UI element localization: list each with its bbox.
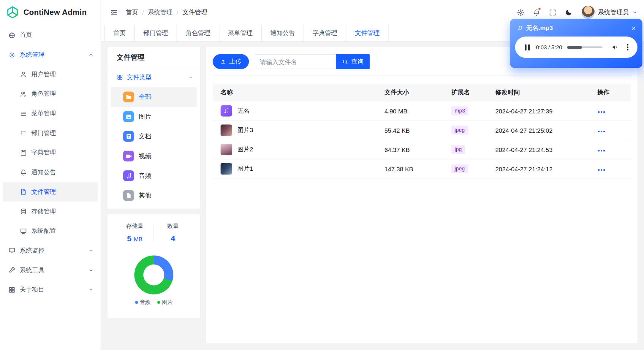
row-actions-more-button[interactable]	[597, 167, 605, 173]
music-note-icon	[517, 25, 523, 31]
file-type-panel: 文件管理 文件类型 全部 图片	[107, 47, 200, 209]
storage-label: 存储量	[116, 223, 154, 230]
file-type-video[interactable]: 视频	[111, 146, 197, 166]
column-header-size: 文件大小	[384, 88, 451, 96]
gear-icon	[8, 51, 16, 58]
breadcrumb-parent[interactable]: 系统管理	[148, 8, 173, 16]
kebab-menu-icon[interactable]	[626, 43, 629, 51]
user-icon	[20, 71, 27, 78]
upload-icon	[220, 58, 226, 65]
sidebar-item-system-monitor[interactable]: 系统监控	[3, 241, 98, 260]
file-type-label: 音频	[139, 172, 151, 180]
chevron-down-icon	[88, 287, 94, 292]
sidebar-collapse-button[interactable]	[107, 6, 120, 18]
sidebar-item-system-management[interactable]: 系统管理	[3, 45, 98, 65]
audio-player-header: 无名.mp3 ×	[510, 19, 642, 32]
file-size: 147.38 KB	[384, 165, 451, 172]
pause-button[interactable]	[525, 44, 530, 50]
monitor-icon	[8, 247, 16, 254]
file-type-audio[interactable]: 音频	[111, 166, 197, 186]
search-group: 查询	[255, 54, 370, 69]
breadcrumb-current: 文件管理	[183, 8, 207, 16]
image-thumbnail	[221, 163, 232, 175]
tab-department-management[interactable]: 部门管理	[135, 25, 177, 41]
globe-icon	[8, 31, 16, 39]
row-actions-more-button[interactable]	[597, 148, 605, 153]
legend-item-image: 图片	[157, 299, 173, 306]
sidebar-item-department-management[interactable]: 部门管理	[3, 123, 98, 143]
sidebar-item-notice[interactable]: 通知公告	[3, 163, 98, 182]
app-logo[interactable]: ContiNew Admin	[0, 0, 101, 25]
volume-icon[interactable]	[611, 44, 619, 51]
sidebar-item-user-management[interactable]: 用户管理	[3, 65, 98, 84]
row-actions-more-button[interactable]	[597, 129, 605, 134]
video-icon	[123, 151, 134, 161]
tab-role-management[interactable]: 角色管理	[177, 25, 219, 41]
sidebar-item-storage-management[interactable]: 存储管理	[3, 202, 98, 221]
storage-stat: 存储量 5 MB	[116, 223, 154, 244]
tab-dict-management[interactable]: 字典管理	[304, 25, 346, 41]
file-icon	[20, 188, 27, 196]
users-icon	[20, 90, 27, 98]
breadcrumb-home[interactable]: 首页	[126, 8, 138, 16]
table-row[interactable]: 图片2 64.37 KB jpg 2024-04-27 21:24:53	[213, 140, 631, 159]
chevron-up-icon	[188, 75, 194, 80]
filename-search-input[interactable]	[255, 54, 336, 69]
column-header-name: 名称	[213, 88, 384, 96]
storage-donut	[134, 255, 173, 294]
file-name: 图片2	[238, 145, 253, 153]
bell-icon	[20, 169, 27, 176]
document-icon	[123, 131, 134, 142]
fullscreen-icon[interactable]	[546, 6, 558, 18]
panel-title: 文件管理	[107, 47, 200, 67]
file-type-tree-root[interactable]: 文件类型	[107, 67, 200, 87]
grid-icon	[117, 74, 123, 80]
user-menu[interactable]: 系统管理员	[582, 6, 637, 19]
close-icon[interactable]: ×	[632, 24, 636, 32]
table-row[interactable]: 图片3 55.42 KB jpeg 2024-04-27 21:25:02	[213, 121, 631, 140]
sidebar-item-menu-management[interactable]: 菜单管理	[3, 104, 98, 123]
file-type-other[interactable]: 其他	[111, 186, 197, 205]
dark-mode-moon-icon[interactable]	[562, 6, 575, 18]
sidebar-item-system-tools[interactable]: 系统工具	[3, 260, 98, 280]
menu-lines-icon	[20, 110, 27, 117]
upload-button[interactable]: 上传	[213, 54, 249, 69]
tab-menu-management[interactable]: 菜单管理	[219, 25, 262, 41]
row-actions-more-button[interactable]	[597, 109, 605, 115]
app-logo-icon	[6, 6, 19, 19]
sidebar-item-dict-management[interactable]: 字典管理	[3, 143, 98, 163]
sidebar-item-label: 系统管理	[20, 51, 84, 59]
table-header-row: 名称 文件大小 扩展名 修改时间 操作	[213, 83, 631, 102]
storage-value: 5 MB	[116, 234, 154, 243]
sidebar-item-home[interactable]: 首页	[3, 26, 98, 45]
table-row[interactable]: 图片1 147.38 KB jpeg 2024-04-27 21:24:12	[213, 159, 631, 179]
column-header-actions: 操作	[597, 88, 631, 96]
file-type-image[interactable]: 图片	[111, 107, 197, 126]
sidebar-item-about-project[interactable]: 关于项目	[3, 280, 98, 300]
tab-home[interactable]: 首页	[104, 25, 135, 41]
user-name: 系统管理员	[598, 8, 629, 16]
sidebar-item-label: 菜单管理	[31, 110, 94, 117]
notification-bell-icon[interactable]	[530, 6, 542, 18]
tab-file-management[interactable]: 文件管理	[346, 25, 388, 41]
file-type-document[interactable]: 文档	[111, 126, 197, 146]
file-type-list: 全部 图片 文档 视频	[107, 87, 200, 205]
sidebar-item-system-config[interactable]: 系统配置	[3, 221, 98, 241]
sidebar-item-label: 部门管理	[31, 129, 94, 137]
sidebar-item-file-management[interactable]: 文件管理	[3, 182, 98, 202]
sidebar-item-role-management[interactable]: 角色管理	[3, 84, 98, 104]
settings-gear-icon[interactable]	[514, 6, 526, 18]
file-type-all[interactable]: 全部	[111, 87, 197, 107]
query-button[interactable]: 查询	[336, 54, 370, 69]
stats-row: 存储量 5 MB 数量 4	[116, 223, 192, 244]
legend-dot-image	[157, 301, 160, 304]
sidebar-item-label: 存储管理	[31, 208, 94, 215]
table-row[interactable]: 无名 4.90 MB mp3 2024-04-27 21:27:39	[213, 102, 631, 121]
file-type-label: 视频	[139, 152, 151, 160]
audio-title: 无名.mp3	[526, 24, 553, 32]
file-size: 55.42 KB	[384, 127, 451, 134]
file-modified-time: 2024-04-27 21:24:12	[495, 165, 597, 172]
tree-root-label: 文件类型	[127, 73, 151, 81]
tab-notice[interactable]: 通知公告	[262, 25, 304, 41]
audio-progress-bar[interactable]	[567, 46, 602, 48]
